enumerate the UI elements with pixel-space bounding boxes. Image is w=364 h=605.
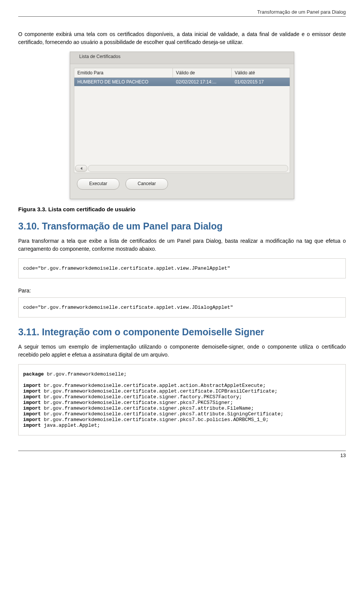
kw-import: import: [23, 383, 41, 388]
code-text: br.gov.frameworkdemoiselle.certificate.a…: [41, 383, 266, 388]
th-valido-de: Válido de: [173, 68, 232, 77]
code-text: br.gov.frameworkdemoiselle.certificate.a…: [41, 388, 278, 394]
kw-import: import: [23, 411, 41, 417]
intro-paragraph: O componente exibirá uma tela com os cer…: [18, 30, 346, 46]
header-rule: [18, 16, 346, 17]
code-text: br.gov.frameworkdemoiselle.certificate.s…: [41, 417, 269, 423]
code-text: br.gov.frameworkdemoiselle.certificate.s…: [41, 394, 242, 400]
table-row[interactable]: HUMBERTO DE MELO PACHECO 02/02/2012 17:1…: [74, 78, 290, 86]
table-body: HUMBERTO DE MELO PACHECO 02/02/2012 17:1…: [74, 78, 290, 173]
th-valido-ate: Válido até: [232, 68, 290, 77]
dialog-titlebar: Lista de Certificados: [70, 52, 294, 64]
executar-button[interactable]: Executar: [77, 178, 119, 190]
table-header: Emitido Para Válido de Válido até: [74, 68, 290, 78]
kw-import: import: [23, 417, 41, 423]
figure-caption: Figura 3.3. Lista com certificado de usu…: [18, 206, 346, 212]
kw-import: import: [23, 394, 41, 400]
td-valido-de: 02/02/2012 17:14:...: [173, 78, 232, 86]
section-3-10-heading: 3.10. Transformação de um Panel para Dia…: [18, 221, 346, 232]
scrollbar-track[interactable]: [88, 165, 288, 172]
section-3-11-para: A seguir temos um exemplo de implementaç…: [18, 343, 346, 359]
kw-package: package: [23, 371, 44, 377]
td-valido-ate: 01/02/2015 17: [232, 78, 290, 86]
kw-import: import: [23, 400, 41, 405]
page-number: 13: [18, 451, 346, 458]
running-header: Transformação de um Panel para Dialog: [18, 9, 346, 15]
code-text: br.gov.frameworkdemoiselle.certificate.s…: [41, 405, 254, 411]
code-text: br.gov.frameworkdemoiselle.certificate.s…: [41, 400, 233, 405]
kw-import: import: [23, 423, 41, 428]
code-text: br.gov.frameworkdemoiselle.certificate.s…: [41, 411, 284, 417]
para-label: Para:: [18, 288, 346, 294]
code-text: br.gov.frameworkdemoiselle;: [44, 371, 127, 377]
code-text: java.applet.Applet;: [41, 423, 100, 428]
scrollbar-left-button[interactable]: [75, 165, 87, 172]
chevron-left-icon: [80, 167, 82, 170]
dialog-body: Emitido Para Válido de Válido até HUMBER…: [70, 64, 294, 199]
td-emitido: HUMBERTO DE MELO PACHECO: [74, 78, 173, 86]
section-3-10-para: Para transformar a tela que exibe a list…: [18, 237, 346, 253]
th-emitido: Emitido Para: [74, 68, 173, 77]
figure-dialog: Lista de Certificados Emitido Para Válid…: [18, 52, 346, 199]
cancelar-button[interactable]: Cancelar: [126, 178, 168, 190]
code-block-jpanel: code="br.gov.frameworkdemoiselle.certifi…: [18, 258, 346, 278]
code-block-signer: package br.gov.frameworkdemoiselle; impo…: [18, 364, 346, 435]
code-block-jdialog: code="br.gov.frameworkdemoiselle.certifi…: [18, 297, 346, 317]
section-3-11-heading: 3.11. Integração com o componente Demois…: [18, 327, 346, 338]
cert-dialog: Lista de Certificados Emitido Para Válid…: [70, 52, 294, 199]
kw-import: import: [23, 405, 41, 411]
dialog-buttons: Executar Cancelar: [74, 173, 290, 196]
kw-import: import: [23, 388, 41, 394]
page-footer: 13: [18, 451, 346, 458]
